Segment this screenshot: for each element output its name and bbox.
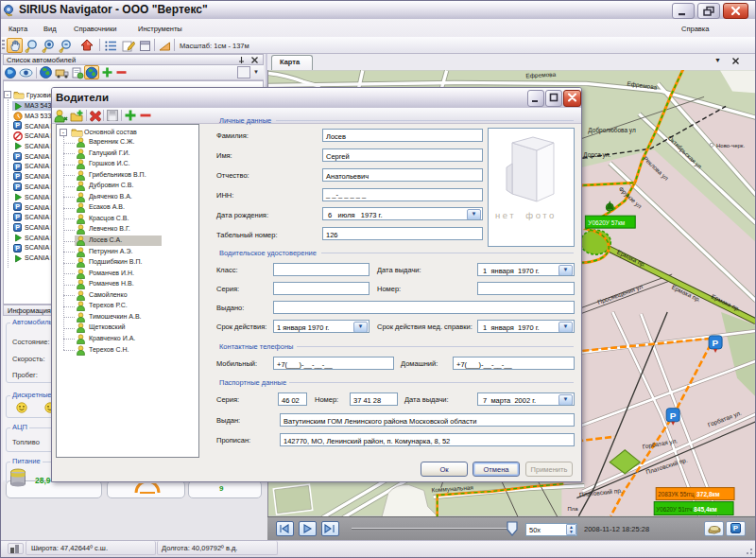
svg-text:У0620У 57км: У0620У 57км — [588, 219, 625, 226]
svg-text:Ново-черк.: Ново-черк. — [716, 143, 745, 148]
svg-text:Пла: Пла — [567, 506, 578, 512]
svg-text:Добролюбова ул: Добролюбова ул — [588, 127, 636, 134]
svg-text:P: P — [670, 410, 677, 421]
svg-text:Дорса ул.: Дорса ул. — [583, 151, 610, 159]
svg-text:2083УК 55ггц: 2083УК 55ггц — [658, 491, 695, 498]
svg-text:845,4км: 845,4км — [694, 506, 717, 514]
svg-text:У0620У 51ггч: У0620У 51ггч — [656, 506, 692, 513]
svg-text:P: P — [713, 338, 719, 348]
svg-text:372,8км: 372,8км — [696, 491, 720, 498]
